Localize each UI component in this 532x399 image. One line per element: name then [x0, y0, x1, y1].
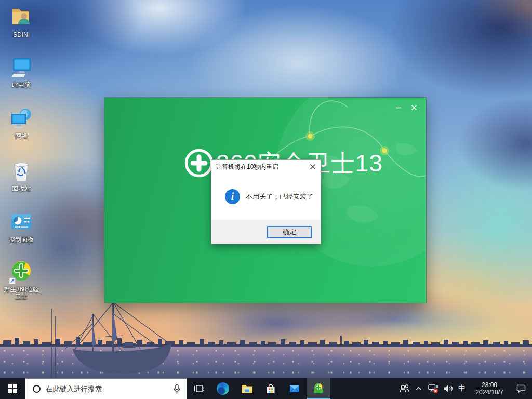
clock-time: 23:00	[482, 381, 497, 389]
mail-button[interactable]	[283, 378, 307, 399]
desktop-icon-network[interactable]: 网络	[0, 105, 43, 139]
desktop-icon-label: 回收站	[12, 185, 31, 192]
dialog-titlebar: 计算机将在10秒内重启	[211, 160, 321, 174]
store-icon	[264, 382, 277, 395]
chevron-up-icon	[415, 385, 422, 392]
desktop-icon-this-pc[interactable]: 此电脑	[0, 54, 43, 88]
task-view-icon	[193, 383, 205, 394]
this-pc-icon	[8, 54, 34, 80]
ok-button[interactable]: 确定	[267, 226, 312, 238]
start-icon	[8, 384, 17, 393]
360-installer-taskbar-button[interactable]	[307, 378, 330, 399]
mic-icon[interactable]	[173, 384, 181, 394]
mail-icon	[288, 382, 301, 395]
search-input[interactable]	[46, 385, 173, 393]
dialog-body: i 不用关了，已经安装了	[211, 174, 321, 220]
file-explorer-button[interactable]	[235, 378, 259, 399]
360-circle-plus-logo	[183, 147, 215, 179]
store-button[interactable]	[259, 378, 283, 399]
taskbar-clock[interactable]: 23:00 2024/10/7	[469, 378, 510, 399]
task-view-button[interactable]	[187, 378, 211, 399]
dialog-title: 计算机将在10秒内重启	[211, 163, 305, 171]
edge-icon	[217, 382, 229, 395]
desktop-icon-label: 野生360危险卫士	[4, 286, 39, 300]
control-panel-icon	[8, 209, 34, 235]
edge-button[interactable]	[211, 378, 235, 399]
360-installer-icon	[312, 382, 325, 395]
ime-indicator[interactable]: 中	[455, 378, 469, 399]
desktop-icon-label: 此电脑	[12, 81, 31, 88]
user-folder-icon	[8, 4, 34, 30]
info-icon: i	[225, 189, 240, 204]
close-icon[interactable]	[407, 102, 421, 113]
dialog-message: 不用关了，已经安装了	[246, 192, 313, 202]
recycle-bin-icon	[8, 158, 34, 184]
file-explorer-icon	[241, 382, 254, 395]
desktop-icon-recycle-bin[interactable]: 回收站	[0, 158, 43, 192]
volume-button[interactable]	[441, 378, 455, 399]
desktop-icon-control-panel[interactable]: 控制面板	[0, 209, 43, 243]
close-icon[interactable]	[305, 160, 321, 174]
people-button[interactable]	[397, 378, 411, 399]
action-center-button[interactable]	[510, 378, 532, 399]
desktop-icon-label: SDINI	[13, 31, 30, 38]
network-error-icon	[427, 383, 440, 394]
360-shortcut-icon	[8, 259, 34, 285]
start-button[interactable]	[0, 378, 25, 399]
desktop-icon-360-shortcut[interactable]: 野生360危险卫士	[0, 259, 43, 300]
taskbar-search-box[interactable]	[25, 378, 187, 399]
action-center-icon	[516, 383, 526, 394]
desktop-icon-label: 网络	[15, 132, 28, 139]
desktop-icon-label: 控制面板	[9, 236, 34, 243]
dialog-footer: 确定	[211, 220, 321, 244]
taskbar-empty-area	[330, 378, 397, 399]
people-icon	[398, 383, 410, 394]
clock-date: 2024/10/7	[475, 389, 503, 396]
search-circle-icon	[33, 385, 41, 393]
restart-dialog: 计算机将在10秒内重启 i 不用关了，已经安装了 确定	[211, 159, 321, 244]
volume-icon	[442, 383, 454, 394]
network-status-button[interactable]	[426, 378, 441, 399]
minimize-icon[interactable]	[392, 102, 405, 113]
network-places-icon	[8, 105, 34, 131]
taskbar: 中 23:00 2024/10/7	[0, 378, 532, 399]
desktop-icon-sdini[interactable]: SDINI	[0, 4, 43, 38]
show-hidden-icons-button[interactable]	[411, 378, 426, 399]
